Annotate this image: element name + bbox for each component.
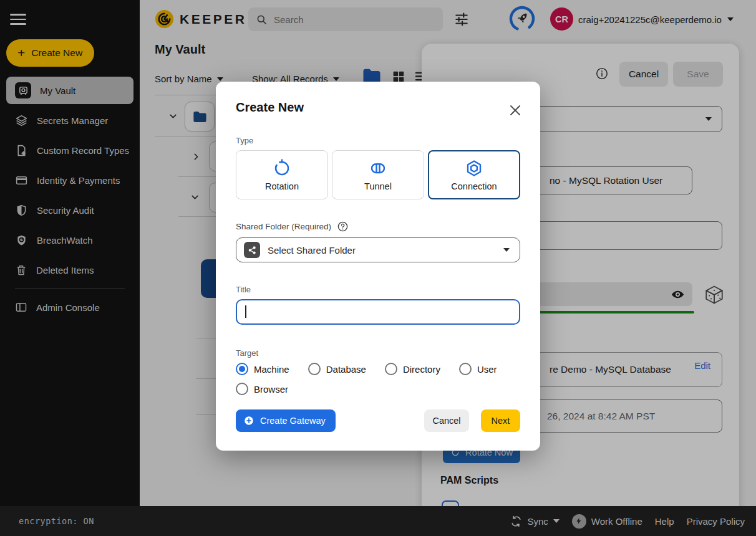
type-card-label: Connection [451, 181, 497, 191]
tunnel-icon [369, 159, 387, 178]
type-card-rotation[interactable]: Rotation [236, 150, 328, 199]
rotation-icon [273, 159, 291, 178]
close-icon[interactable] [508, 103, 523, 118]
plus-circle-icon [243, 415, 254, 426]
radio-icon [459, 363, 472, 375]
target-radio-user[interactable]: User [459, 363, 497, 375]
type-card-label: Rotation [265, 181, 299, 191]
text-cursor [245, 305, 246, 318]
modal-cancel-button[interactable]: Cancel [424, 409, 469, 432]
shared-folder-placeholder: Select Shared Folder [268, 245, 356, 256]
radio-label: Browser [254, 384, 288, 395]
modal-title: Create New [236, 100, 520, 115]
target-radio-browser[interactable]: Browser [236, 383, 288, 395]
target-radio-machine[interactable]: Machine [236, 363, 289, 375]
connection-icon [465, 159, 483, 178]
shared-folder-select[interactable]: Select Shared Folder [236, 237, 520, 262]
radio-label: Database [326, 364, 366, 375]
target-label: Target [236, 348, 520, 358]
type-card-tunnel[interactable]: Tunnel [332, 150, 424, 199]
modal-next-button[interactable]: Next [481, 409, 520, 432]
radio-icon [236, 383, 248, 395]
type-label: Type [236, 136, 520, 145]
help-icon[interactable] [337, 221, 349, 232]
shared-folder-label: Shared Folder (Required) [236, 222, 331, 231]
target-radio-directory[interactable]: Directory [385, 363, 440, 375]
radio-icon [236, 363, 248, 375]
target-radio-database[interactable]: Database [308, 363, 366, 375]
shared-folder-icon [244, 242, 260, 258]
title-input[interactable] [236, 299, 520, 325]
chevron-down-icon [503, 248, 510, 252]
create-gateway-label: Create Gateway [260, 416, 326, 426]
radio-label: Directory [403, 364, 440, 375]
radio-icon [308, 363, 321, 375]
radio-label: Machine [254, 364, 289, 375]
radio-label: User [477, 364, 497, 375]
type-card-connection[interactable]: Connection [428, 150, 520, 199]
create-gateway-button[interactable]: Create Gateway [236, 409, 336, 432]
radio-icon [385, 363, 397, 375]
type-card-label: Tunnel [364, 181, 392, 191]
title-label: Title [236, 285, 520, 294]
create-new-modal: Create New Type Rotation Tunnel Connecti… [216, 82, 540, 451]
